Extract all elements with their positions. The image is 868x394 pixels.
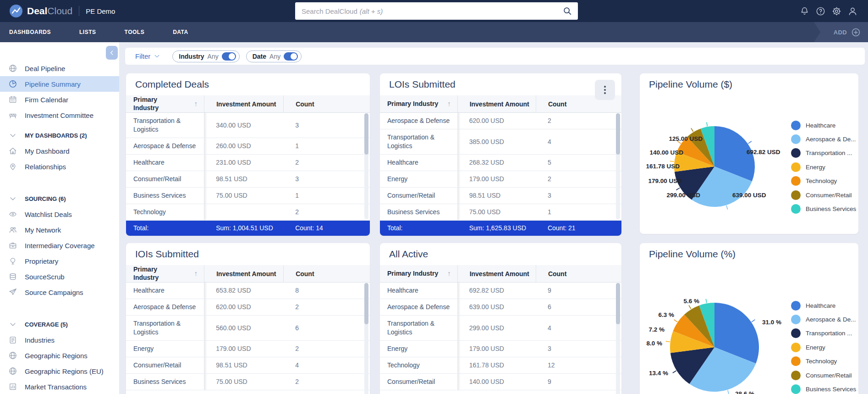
sidebar-item-market-transactions[interactable]: Market Transactions	[0, 379, 119, 394]
completed-deals-card: Completed Deals Primary Industry↑ Invest…	[126, 73, 370, 236]
sort-arrow-icon[interactable]: ↑	[447, 100, 451, 108]
date-toggle[interactable]	[284, 52, 298, 61]
sidebar-section-sourcing-6[interactable]: SOURCING (6)	[0, 191, 119, 206]
column-header[interactable]: Primary Industry	[133, 266, 166, 282]
nav-item-tools[interactable]: TOOLS	[125, 29, 145, 35]
search-icon[interactable]	[562, 6, 572, 16]
table-scrollbar[interactable]	[616, 283, 620, 394]
legend-label: Healthcare	[806, 302, 835, 309]
sidebar-item-my-network[interactable]: My Network	[0, 222, 119, 238]
search-input[interactable]: Search DealCloud (alt + s)	[295, 2, 578, 20]
nav-item-dashboards[interactable]: DASHBOARDS	[9, 29, 51, 35]
table-row[interactable]: Consumer/Retail98.51 USD3	[380, 188, 621, 204]
column-header[interactable]: Investment Amount	[204, 95, 283, 113]
amount-cell: 653.82 USD	[204, 283, 283, 299]
table-row[interactable]: Transportation & Logistics340.00 USD3	[126, 113, 370, 138]
table-scrollbar[interactable]	[616, 113, 620, 219]
table-row[interactable]: Healthcare692.82 USD9	[380, 283, 621, 299]
industry-toggle[interactable]	[222, 52, 236, 61]
column-header[interactable]: Primary Industry	[387, 270, 438, 278]
scrollbar-thumb[interactable]	[364, 113, 368, 155]
column-header[interactable]: Count	[536, 265, 621, 283]
sidebar-section-my-dashboards-2[interactable]: MY DASHBOARDS (2)	[0, 128, 119, 143]
nav-list: DASHBOARDSLISTSTOOLSDATA	[0, 29, 188, 35]
table-row[interactable]: Transportation & Logistics385.00 USD4	[380, 129, 621, 155]
column-header[interactable]: Count	[283, 265, 370, 283]
user-icon[interactable]	[847, 6, 858, 17]
table-row[interactable]: Technology161.78 USD12	[380, 357, 621, 374]
sidebar-item-proprietary[interactable]: Proprietary	[0, 253, 119, 269]
sidebar-item-watchlist-deals[interactable]: Watchlist Deals	[0, 206, 119, 222]
table-row[interactable]: Healthcare268.32 USD5	[380, 155, 621, 171]
table-row[interactable]: Consumer/Retail98.51 USD4	[126, 357, 370, 374]
table-row[interactable]: Energy179.00 USD2	[126, 341, 370, 357]
dealcloud-logo[interactable]: DealCloud	[9, 4, 72, 18]
sort-arrow-icon[interactable]: ↑	[447, 269, 451, 278]
table-row[interactable]: Transportation & Logistics299.00 USD4	[380, 316, 621, 341]
sidebar-item-my-dashboard[interactable]: My Dashboard	[0, 143, 119, 159]
table-row[interactable]: Consumer/Retail98.51 USD3	[126, 171, 370, 188]
table-row[interactable]: Aerospace & Defense620.00 USD2	[380, 113, 621, 129]
table-row[interactable]: Healthcare231.00 USD2	[126, 155, 370, 171]
table-row[interactable]: Consumer/Retail140.00 USD9	[380, 374, 621, 390]
column-header[interactable]: Primary Industry	[133, 96, 166, 112]
table-row[interactable]: Business Services75.00 USD1	[380, 204, 621, 221]
column-header[interactable]: Investment Amount	[457, 95, 536, 113]
chevron-down-icon	[154, 53, 160, 60]
table-row[interactable]: Business Services75.00 USD1	[126, 188, 370, 204]
table-row[interactable]: Aerospace & Defense260.00 USD1	[126, 138, 370, 155]
sidebar-item-source-campaigns[interactable]: Source Campaigns	[0, 284, 119, 300]
table-row[interactable]: Aerospace & Defense639.00 USD6	[380, 299, 621, 316]
bell-icon[interactable]	[799, 6, 810, 17]
count-cell: 2	[283, 155, 370, 171]
sort-arrow-icon[interactable]: ↑	[194, 269, 198, 278]
legend-label: Aerospace & De...	[806, 136, 856, 143]
card-menu-button[interactable]	[595, 80, 615, 100]
sidebar-section-coverage-5[interactable]: COVERAGE (5)	[0, 316, 119, 332]
column-header[interactable]: Investment Amount	[204, 265, 283, 283]
sidebar-item-industries[interactable]: Industries	[0, 332, 119, 348]
sidebar-item-pipeline-summary[interactable]: Pipeline Summary	[0, 76, 119, 92]
sidebar-section-label: MY DASHBOARDS (2)	[25, 132, 87, 139]
add-button[interactable]: ADD	[814, 22, 868, 42]
column-header[interactable]: Investment Amount	[457, 265, 536, 283]
scrollbar-thumb[interactable]	[364, 283, 368, 324]
gear-icon[interactable]	[831, 6, 842, 17]
table-row[interactable]: Energy179.00 USD3	[380, 341, 621, 357]
table-row[interactable]: Technology2	[126, 204, 370, 221]
sidebar-item-intermediary-coverage[interactable]: Intermediary Coverage	[0, 238, 119, 253]
sidebar-item-deal-pipeline[interactable]: Deal Pipeline	[0, 61, 119, 76]
table-row[interactable]: Energy179.00 USD2	[380, 171, 621, 188]
sidebar-item-geographic-regions[interactable]: Geographic Regions	[0, 348, 119, 363]
nav-item-lists[interactable]: LISTS	[79, 29, 96, 35]
filter-label: Filter	[135, 52, 150, 60]
count-cell: 2	[283, 204, 370, 221]
filter-dropdown[interactable]: Filter	[135, 52, 160, 60]
nav-item-data[interactable]: DATA	[173, 29, 188, 35]
table-row[interactable]: Healthcare653.82 USD8	[126, 283, 370, 299]
table-row[interactable]: Business Services75.00 USD2	[126, 374, 370, 390]
amount-cell: 639.00 USD	[457, 299, 536, 316]
help-icon[interactable]	[815, 6, 826, 17]
sidebar-item-label: Firm Calendar	[25, 96, 68, 104]
sidebar-item-relationships[interactable]: Relationships	[0, 159, 119, 174]
table-scrollbar[interactable]	[364, 113, 368, 219]
column-header[interactable]: Primary Industry	[387, 100, 438, 108]
scrollbar-thumb[interactable]	[616, 283, 620, 324]
sort-arrow-icon[interactable]: ↑	[194, 100, 198, 108]
sidebar-item-label: Relationships	[25, 163, 66, 171]
legend-item-aerospace-defense: Aerospace & De...	[791, 132, 856, 146]
table-scrollbar[interactable]	[364, 283, 368, 394]
sidebar-collapse-button[interactable]	[106, 46, 118, 60]
industry-cell: Business Services	[126, 374, 204, 390]
sidebar-item-sourcescrub[interactable]: SourceScrub	[0, 269, 119, 284]
sidebar-item-geographic-regions-eu[interactable]: Geographic Regions (EU)	[0, 363, 119, 379]
sidebar-item-investment-committee[interactable]: Investment Committee	[0, 107, 119, 123]
table-row[interactable]: Aerospace & Defense620.00 USD2	[126, 299, 370, 316]
sidebar-item-firm-calendar[interactable]: Firm Calendar	[0, 92, 119, 107]
column-header[interactable]: Count	[283, 95, 370, 113]
card-title: IOIs Submitted	[126, 243, 370, 265]
table-row[interactable]: Transportation & Logistics560.00 USD6	[126, 316, 370, 341]
scrollbar-thumb[interactable]	[616, 113, 620, 155]
table-header-row: Primary Industry↑ Investment Amount Coun…	[380, 95, 621, 113]
